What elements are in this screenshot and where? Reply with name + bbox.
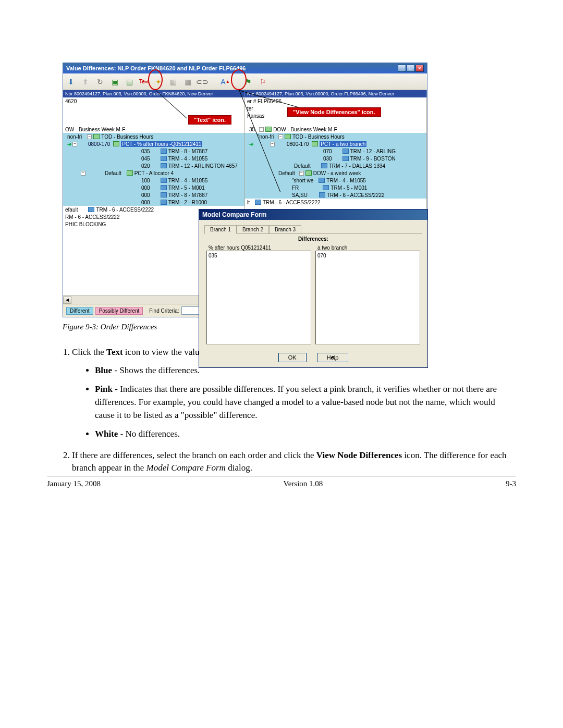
trm-icon (161, 192, 167, 198)
trm-icon (323, 185, 329, 190)
collapse-all-icon[interactable]: ▤ (124, 76, 135, 88)
dialog-tabs: Branch 1 Branch 2 Branch 3 (204, 225, 422, 234)
collapse-icon[interactable]: − (72, 142, 77, 146)
dialog-title: Model Compare Form (199, 209, 427, 220)
tree-row[interactable]: 100TRM - 4 - M1055 (63, 177, 244, 184)
pct-icon (127, 170, 133, 176)
tree-row[interactable]: non-fri − TOD - Business Hours (63, 133, 244, 140)
footer-page: 9-3 (506, 479, 516, 488)
tree-row[interactable]: 045TRM - 4 - M1055 (63, 155, 244, 162)
tree-row[interactable]: 000TRM - 2 - R1000 (63, 199, 244, 206)
collapse-icon[interactable]: − (299, 171, 304, 176)
differences-header: Differences: (204, 236, 422, 242)
find-criteria-label: Find Criteria: (149, 308, 179, 314)
footer-date: January 15, 2008 (47, 479, 101, 488)
dow-icon (265, 127, 272, 132)
close-button[interactable]: × (415, 65, 424, 72)
tree-row[interactable]: 020TRM - 12 - ARLINGTON 4657 (63, 162, 244, 169)
screenshot: Value Differences: NLP Order FKN84620 an… (63, 63, 427, 317)
window-titlebar: Value Differences: NLP Order FKN84620 an… (63, 63, 427, 73)
cursor-icon: ↖ (331, 353, 337, 363)
tab-branch-2[interactable]: Branch 2 (237, 225, 269, 233)
pointer-arrow-icon: ➔ (247, 141, 253, 147)
tree-row[interactable]: "short weTRM - 4 - M1055 (245, 177, 426, 184)
text-icon-circle (148, 69, 163, 90)
legend-different: Different (66, 307, 93, 315)
trm-icon (161, 200, 167, 205)
diff-right-box: 070 (315, 251, 420, 344)
tree-row[interactable]: ➔ − 0800-170 PCT - a two branch (245, 140, 426, 147)
tree-row[interactable]: ➔ − 0800-170 PCT - % after hours -Q05121… (63, 140, 244, 147)
tod-icon (93, 134, 100, 139)
trm-icon (321, 163, 327, 168)
trm-icon (255, 200, 261, 205)
view-node-differences-icon[interactable]: A▲ (219, 76, 231, 88)
trm-icon (161, 185, 167, 190)
pct-icon (113, 141, 119, 146)
refresh-icon[interactable]: ↻ (94, 76, 106, 88)
trm-icon (319, 192, 325, 198)
diff-left-box: 035 (206, 251, 311, 344)
trm-icon (88, 207, 94, 212)
tree-row[interactable]: SA,SUTRM - 6 - ACCESS/2222 (245, 191, 426, 199)
tab-branch-1[interactable]: Branch 1 (204, 225, 237, 234)
tree-row[interactable]: er # FLP66496 (245, 97, 426, 105)
tree-row[interactable]: 000TRM - 5 - M001 (63, 184, 244, 191)
trm-icon (319, 178, 325, 183)
tree-row[interactable]: OW - Business Week M-F (63, 126, 244, 133)
collapse-icon[interactable]: − (81, 171, 85, 176)
tree-row[interactable]: 35−DOW - Business Week M-F (245, 126, 426, 133)
disabled-icon-1: ▦ (167, 76, 179, 88)
tod-icon (285, 134, 291, 139)
tree-row[interactable]: "non-fri−TOD - Business Hours (245, 133, 426, 140)
trm-icon (161, 163, 167, 168)
tree-row[interactable]: 000TRM - 8 - M7887 (63, 191, 244, 199)
diff-icon-circle (231, 69, 247, 90)
collapse-icon[interactable]: − (270, 142, 275, 146)
collapse-icon[interactable]: − (259, 127, 264, 132)
trm-icon (161, 156, 167, 161)
pct-icon (312, 141, 318, 146)
diff-left-label: % after hours Q051212411 (206, 245, 311, 251)
pointer-arrow-icon: ➔ (65, 141, 71, 147)
collapse-icon[interactable]: − (87, 134, 92, 139)
diff-right-label: a two branch (315, 245, 420, 251)
bullet-pink: Pink - Indicates that there are possible… (95, 383, 516, 422)
tree-row[interactable]: − Default PCT - Allocator 4 (63, 169, 244, 177)
trm-icon (161, 149, 167, 154)
tree-row[interactable]: 4620 (63, 97, 244, 105)
breadcrumb-right: Nbr:8002494127, Plan:003, Vsn:00000, Ord… (245, 90, 427, 97)
step-2: If there are differences, select the bra… (72, 449, 516, 475)
dow-icon (305, 170, 312, 176)
minimize-button[interactable]: _ (398, 65, 406, 72)
trm-icon (342, 156, 349, 161)
tree-row[interactable]: 030TRM - 9 - BOSTON (245, 155, 426, 162)
tree-row[interactable]: 035TRM - 8 - M7887 (63, 147, 244, 155)
maximize-button[interactable]: □ (407, 65, 415, 72)
breadcrumb-left: Nbr:8002494127, Plan:003, Vsn:00000, Ord… (63, 90, 245, 97)
disabled-icon-2: ▦ (182, 76, 193, 88)
collapse-icon[interactable]: − (278, 134, 283, 139)
breadcrumb: Nbr:8002494127, Plan:003, Vsn:00000, Ord… (63, 90, 427, 97)
bullet-white: White - No differences. (95, 428, 516, 441)
tree-row[interactable]: ltTRM - 6 - ACCESS/2222 (245, 199, 426, 206)
text-icon-callout: "Text" icon. (188, 115, 231, 125)
up-icon[interactable]: ⬆ (80, 76, 91, 88)
footer-version: Version 1.08 (284, 479, 323, 488)
tree-row[interactable]: 070TRM - 12 - ARLING (245, 147, 426, 155)
trm-icon (161, 178, 167, 183)
scroll-left-icon[interactable]: ◀ (63, 297, 71, 304)
tree-row[interactable]: FRTRM - 5 - M001 (245, 184, 426, 191)
expand-all-icon[interactable]: ▣ (109, 76, 120, 88)
tab-branch-3[interactable]: Branch 3 (269, 225, 301, 233)
legend-possibly-different: Possibly Different (95, 307, 143, 315)
red-flag-icon[interactable]: ⚐ (257, 76, 268, 88)
model-compare-dialog: Model Compare Form Branch 1 Branch 2 Bra… (199, 209, 428, 368)
diff-icon-callout: "View Node Differences" icon. (287, 107, 381, 117)
tree-row[interactable]: DefaultTRM - 7 - DALLAS 1334 (245, 162, 426, 169)
ok-button[interactable]: OK (278, 353, 307, 362)
down-icon[interactable]: ⬇ (65, 76, 77, 88)
trm-icon (342, 149, 349, 154)
page-footer: January 15, 2008 Version 1.08 9-3 (47, 476, 516, 488)
link-icon[interactable]: ⊂⊃ (197, 76, 208, 88)
